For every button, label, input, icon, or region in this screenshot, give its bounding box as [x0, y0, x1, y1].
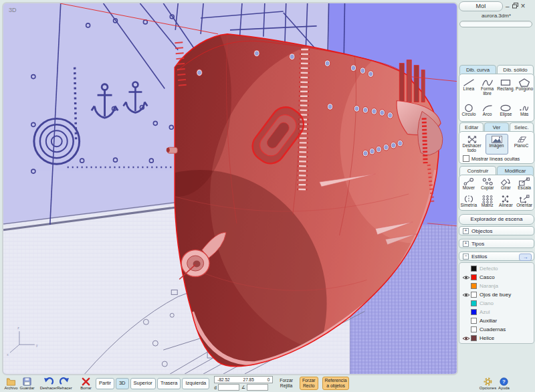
- section-estilos[interactable]: −Estilos →: [459, 252, 534, 261]
- svg-text:x: x: [7, 353, 9, 357]
- distance-input[interactable]: [218, 384, 239, 391]
- angle-input[interactable]: [247, 384, 268, 391]
- restore-button[interactable]: [512, 2, 518, 11]
- style-row-naranja[interactable]: Naranja: [459, 282, 534, 290]
- deshacer-button[interactable]: Deshacer: [41, 377, 56, 390]
- object-snap-toggle[interactable]: Referencia a objetos: [322, 377, 350, 390]
- styles-detail-arrow-icon[interactable]: →: [519, 254, 532, 261]
- xyz-coordinates: -82.52 27.85 0: [214, 376, 273, 383]
- tool-copiar[interactable]: Copiar: [478, 177, 497, 191]
- coord-y: 27.85: [243, 377, 254, 382]
- view-superior-button[interactable]: Superior: [130, 378, 156, 389]
- undo-icon: [43, 377, 54, 386]
- viewport-label: 3D: [9, 7, 17, 13]
- expander-icon[interactable]: +: [463, 228, 469, 234]
- style-row-azul[interactable]: Azul: [459, 308, 534, 316]
- hidden-lines-checkbox[interactable]: [463, 155, 469, 162]
- tool-elipse[interactable]: Elipse: [497, 104, 516, 117]
- style-name: Auxiliar: [479, 318, 497, 324]
- color-swatch[interactable]: [471, 266, 477, 272]
- tool-imagen[interactable]: Imágen: [486, 134, 508, 155]
- coord-x: -82.52: [217, 377, 229, 382]
- snap-straight-toggle[interactable]: Forzar Recto: [300, 377, 318, 390]
- tool-planoc[interactable]: PlanoC: [510, 134, 533, 155]
- tool-poligono[interactable]: Polígono: [515, 78, 534, 96]
- rehacer-button[interactable]: Rehacer: [57, 377, 72, 390]
- sidebar: MoI – × aurora.3dm* Dib. curva Dib. sóli…: [457, 0, 535, 375]
- style-row-casco[interactable]: Casco: [459, 273, 534, 282]
- style-row-ojos-de-buey[interactable]: Ojos de buey: [459, 290, 534, 299]
- bow-fitting: [167, 147, 177, 153]
- style-name: Naranja: [479, 283, 498, 289]
- eye-icon: [462, 292, 470, 298]
- styles-list: Defecto Casco Naranja Ojos de buey Ciano: [459, 262, 534, 344]
- expander-icon[interactable]: −: [463, 254, 469, 260]
- color-swatch[interactable]: [471, 283, 477, 289]
- partir-button[interactable]: Partir: [96, 378, 114, 389]
- color-swatch[interactable]: [471, 300, 477, 306]
- viewport-scene[interactable]: z y x: [3, 3, 457, 374]
- tool-girar[interactable]: Girar: [497, 177, 516, 191]
- color-swatch[interactable]: [471, 318, 477, 324]
- tool-label: Escala: [518, 186, 531, 191]
- close-button[interactable]: ×: [521, 2, 526, 11]
- tool-rectang[interactable]: Rectang.: [497, 78, 516, 96]
- minimize-button[interactable]: –: [506, 2, 510, 11]
- ayuda-button[interactable]: ? Ayuda: [496, 377, 512, 390]
- archivo-button[interactable]: Archivo: [3, 377, 19, 390]
- color-swatch[interactable]: [471, 274, 477, 280]
- tool-simetria[interactable]: Simetría: [459, 195, 478, 208]
- save-icon: [23, 377, 31, 386]
- eye-icon: [462, 275, 470, 280]
- eye-slot[interactable]: [461, 336, 471, 341]
- style-row-ciano[interactable]: Ciano: [459, 299, 534, 308]
- tool-alinear[interactable]: Alinear: [497, 195, 516, 208]
- tool-mover[interactable]: Mover: [459, 177, 478, 191]
- section-tipos[interactable]: +Tipos: [459, 239, 534, 248]
- style-row-cuadernas[interactable]: Cuadernas: [459, 325, 534, 334]
- style-row-helice[interactable]: Helice: [459, 334, 534, 342]
- eye-icon: [462, 336, 470, 341]
- section-objectos[interactable]: +Objectos: [459, 226, 534, 235]
- guardar-button[interactable]: Guardar: [19, 377, 35, 390]
- snap-grid-toggle[interactable]: Forzar Rejilla: [277, 377, 296, 390]
- view-izquierda-button[interactable]: Izquierda: [182, 378, 209, 389]
- tool-label: Deshacer todo: [461, 144, 483, 153]
- color-swatch[interactable]: [471, 335, 477, 341]
- gear-icon: [484, 377, 492, 386]
- viewport-3d[interactable]: z y x: [2, 2, 458, 375]
- tool-matriz[interactable]: Matriz: [478, 195, 497, 208]
- style-row-defecto[interactable]: Defecto: [459, 264, 534, 273]
- command-bar[interactable]: [459, 21, 532, 27]
- view-3d-button[interactable]: 3D: [116, 378, 129, 389]
- color-swatch[interactable]: [471, 326, 477, 332]
- eye-slot[interactable]: [461, 275, 471, 280]
- expander-icon[interactable]: +: [463, 241, 469, 247]
- tool-escala[interactable]: Escala: [515, 177, 534, 191]
- view-trasera-button[interactable]: Trasera: [157, 378, 181, 389]
- tool-forma-libre[interactable]: Forma libre: [478, 78, 497, 96]
- tool-label: Rectang.: [497, 87, 514, 92]
- tool-label: Línea: [463, 87, 475, 92]
- polygon-icon: [518, 78, 531, 87]
- style-name: Ojos de buey: [479, 292, 511, 298]
- tool-arco[interactable]: Arco: [478, 104, 497, 117]
- tool-orientar[interactable]: Orientar: [515, 195, 534, 208]
- tool-mas[interactable]: Más: [515, 104, 534, 117]
- style-row-auxiliar[interactable]: Auxiliar: [459, 316, 534, 325]
- eye-slot[interactable]: [461, 292, 471, 298]
- tool-linea[interactable]: Línea: [459, 78, 478, 96]
- coordinate-readout: -82.52 27.85 0 d ∠: [214, 376, 273, 391]
- color-swatch[interactable]: [471, 309, 477, 315]
- opciones-button[interactable]: Opciones: [480, 377, 496, 390]
- app-menu-button[interactable]: MoI: [459, 1, 503, 11]
- borrar-button[interactable]: Borrar: [78, 377, 94, 390]
- tool-circulo[interactable]: Círculo: [459, 104, 478, 117]
- scene-explorer-header[interactable]: Explorador de escena: [459, 214, 534, 225]
- angle-label: ∠: [241, 385, 245, 390]
- tool-label: Más: [520, 112, 528, 117]
- style-name: Casco: [479, 274, 495, 280]
- color-swatch[interactable]: [471, 292, 477, 298]
- tool-deshacer-todo[interactable]: Deshacer todo: [461, 134, 484, 155]
- tool-label: Archivo: [4, 386, 17, 390]
